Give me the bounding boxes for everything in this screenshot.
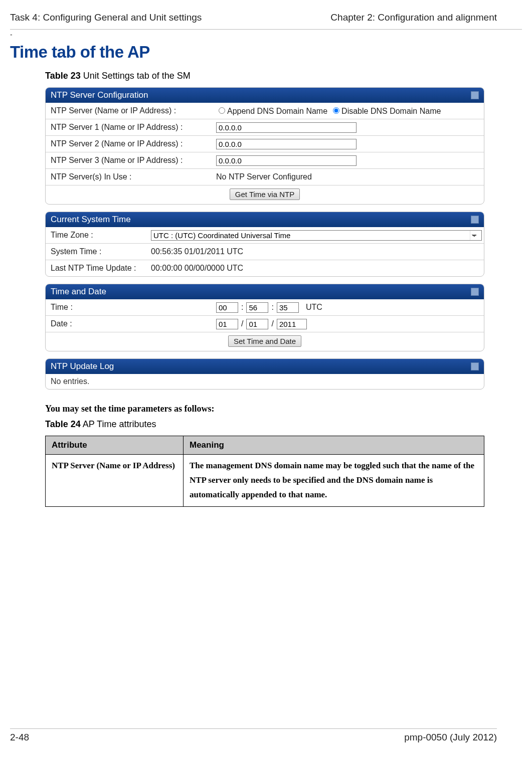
ntp-config-panel: NTP Server Configuration NTP Server (Nam… (45, 87, 484, 205)
header-right: Chapter 2: Configuration and alignment (330, 12, 497, 23)
time-label: Time : (51, 303, 216, 312)
get-time-ntp-button[interactable]: Get Time via NTP (230, 188, 300, 200)
system-time-title: Current System Time (51, 215, 131, 225)
lastupd-label: Last NTP Time Update : (51, 264, 151, 273)
colon1: : (241, 303, 243, 312)
table24-caption: Table 24 AP Time attributes (45, 419, 532, 430)
radio-disable-input[interactable] (333, 107, 339, 114)
th-meaning: Meaning (184, 436, 484, 455)
systime-row: System Time : 00:56:35 01/01/2011 UTC (46, 243, 484, 260)
table23-caption-bold: Table 23 (45, 71, 81, 81)
ntp-server1-row: NTP Server 1 (Name or IP Address) : (46, 119, 484, 135)
table-row: NTP Server (Name or IP Address) The mana… (46, 455, 484, 507)
ntp-server3-label: NTP Server 3 (Name or IP Address) : (51, 156, 216, 165)
time-date-title: Time and Date (51, 287, 106, 297)
date-y-input[interactable] (277, 319, 307, 329)
header-left: Task 4: Configuring General and Unit set… (10, 12, 202, 23)
tz-row: Time Zone : UTC : (UTC) Coordinated Univ… (46, 227, 484, 243)
collapse-icon[interactable] (471, 288, 479, 296)
slash1: / (241, 319, 243, 328)
date-m-input[interactable] (216, 319, 238, 329)
time-ss-input[interactable] (277, 302, 299, 313)
table24-caption-bold: Table 24 (45, 419, 81, 429)
ntp-server1-input[interactable] (216, 122, 357, 133)
table24-caption-rest: AP Time attributes (81, 419, 156, 429)
time-date-panel: Time and Date Time : : : UTC Date : / / (45, 284, 484, 351)
ntp-inuse-value: No NTP Server Configured (216, 172, 479, 181)
td-meaning: The management DNS domain name may be to… (184, 455, 484, 507)
system-time-header: Current System Time (46, 212, 484, 227)
ntp-inuse-label: NTP Server(s) In Use : (51, 172, 216, 181)
table-header-row: Attribute Meaning (46, 436, 484, 455)
ntp-config-header: NTP Server Configuration (46, 88, 484, 103)
attributes-table: Attribute Meaning NTP Server (Name or IP… (45, 436, 484, 507)
radio-disable[interactable]: Disable DNS Domain Name (330, 106, 441, 116)
intro-text: You may set the time parameters as follo… (45, 404, 532, 414)
ntp-log-panel: NTP Update Log No entries. (45, 358, 484, 390)
time-suffix: UTC (306, 303, 322, 312)
radio-append[interactable]: Append DNS Domain Name (216, 106, 327, 116)
th-attribute: Attribute (46, 436, 184, 455)
ntp-server3-row: NTP Server 3 (Name or IP Address) : (46, 152, 484, 168)
ntp-server3-input[interactable] (216, 155, 357, 166)
colon2: : (271, 303, 273, 312)
lastupd-row: Last NTP Time Update : 00:00:00 00/00/00… (46, 260, 484, 276)
systime-label: System Time : (51, 247, 151, 256)
footer-right: pmp-0050 (July 2012) (404, 732, 497, 743)
date-label: Date : (51, 319, 216, 328)
time-date-btn-row: Set Time and Date (46, 332, 484, 351)
table23-caption-rest: Unit Settings tab of the SM (81, 71, 191, 81)
ntp-server1-label: NTP Server 1 (Name or IP Address) : (51, 123, 216, 132)
screenshot-figure: NTP Server Configuration NTP Server (Nam… (45, 87, 484, 390)
td-attribute: NTP Server (Name or IP Address) (46, 455, 184, 507)
lastupd-value: 00:00:00 00/00/0000 UTC (151, 264, 479, 273)
date-row: Date : / / (46, 315, 484, 332)
set-time-date-button[interactable]: Set Time and Date (228, 335, 301, 347)
ntp-inuse-row: NTP Server(s) In Use : No NTP Server Con… (46, 168, 484, 185)
ntp-dns-row: NTP Server (Name or IP Address) : Append… (46, 103, 484, 119)
ntp-server2-label: NTP Server 2 (Name or IP Address) : (51, 139, 216, 148)
time-hh-input[interactable] (216, 302, 238, 313)
systime-value: 00:56:35 01/01/2011 UTC (151, 247, 479, 256)
tz-select[interactable]: UTC : (UTC) Coordinated Universal Time (151, 230, 482, 241)
system-time-panel: Current System Time Time Zone : UTC : (U… (45, 212, 484, 277)
time-date-header: Time and Date (46, 284, 484, 299)
time-row: Time : : : UTC (46, 299, 484, 315)
radio-append-label: Append DNS Domain Name (227, 107, 327, 115)
date-d-input[interactable] (246, 319, 268, 329)
table23-caption: Table 23 Unit Settings tab of the SM (45, 71, 532, 81)
collapse-icon[interactable] (471, 91, 479, 99)
header-divider (10, 29, 522, 30)
ntp-log-title: NTP Update Log (51, 361, 114, 371)
footer-divider (10, 728, 497, 729)
section-title: Time tab of the AP (10, 43, 532, 62)
ntp-log-text: No entries. (46, 374, 484, 389)
time-mm-input[interactable] (246, 302, 268, 313)
ntp-config-title: NTP Server Configuration (51, 90, 148, 100)
collapse-icon[interactable] (471, 362, 479, 370)
dash-marker: - (0, 31, 532, 39)
ntp-dns-label: NTP Server (Name or IP Address) : (51, 106, 216, 115)
radio-disable-label: Disable DNS Domain Name (341, 107, 441, 115)
collapse-icon[interactable] (471, 216, 479, 224)
slash2: / (271, 319, 273, 328)
ntp-log-header: NTP Update Log (46, 359, 484, 374)
footer-left: 2-48 (10, 732, 29, 743)
ntp-server2-input[interactable] (216, 139, 357, 149)
radio-append-input[interactable] (219, 107, 225, 114)
ntp-server2-row: NTP Server 2 (Name or IP Address) : (46, 135, 484, 152)
tz-label: Time Zone : (51, 231, 151, 240)
ntp-btn-row: Get Time via NTP (46, 185, 484, 204)
